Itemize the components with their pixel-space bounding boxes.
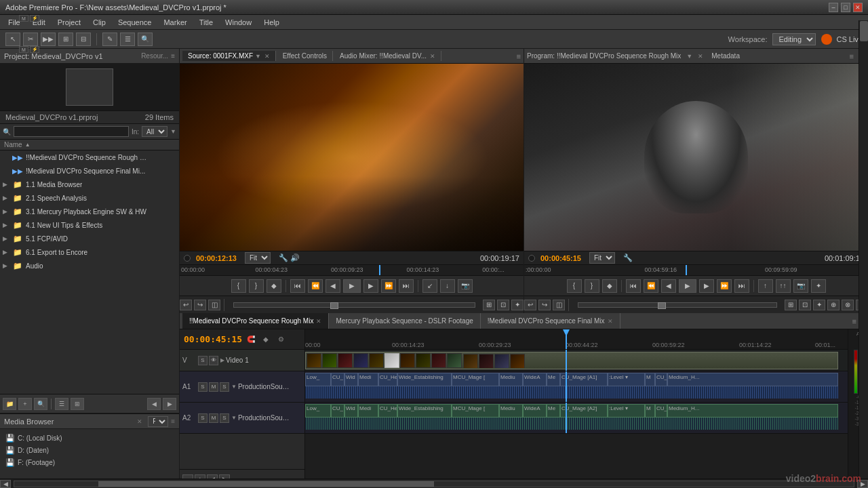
proj-item-2[interactable]: ▶▶!Medieval DVCPro Sequence Final Mi... <box>0 164 179 178</box>
source-export-frame[interactable]: 📷 <box>458 279 473 293</box>
tl-tab-final-mix-close[interactable]: ✕ <box>608 318 613 325</box>
prog-prev-frame[interactable]: ◀ <box>661 279 676 293</box>
project-search-dropdown[interactable]: ▼ <box>170 128 176 135</box>
toolbar-hand-tool[interactable]: ☰ <box>120 33 135 46</box>
find-button[interactable]: 🔍 <box>34 398 47 410</box>
tl-tab-mercury[interactable]: Mercury Playback Sequence - DSLR Footage <box>329 313 480 329</box>
source-tab-fx[interactable]: Source: 0001FX.MXF ▼ ✕ <box>182 51 276 61</box>
tl-tab-final-mix[interactable]: !Medieval DVCPro Sequence Final Mix ✕ <box>481 313 620 329</box>
timeline-h-scrollbar[interactable]: ◀ ▶ <box>305 479 848 488</box>
menu-item-project[interactable]: Project <box>52 17 86 28</box>
a2-clip-14[interactable]: CU_ <box>655 404 667 418</box>
a1-toggle-sync[interactable]: S <box>198 382 208 392</box>
menu-item-clip[interactable]: Clip <box>87 17 111 28</box>
proj-expand-6[interactable]: ▶ <box>3 222 9 228</box>
source-loop-btn[interactable] <box>184 255 191 262</box>
a2-clip-2[interactable]: CU_ <box>331 404 344 418</box>
source-play[interactable]: ▶ <box>343 279 361 293</box>
project-resources-tab[interactable]: Resour... <box>141 52 168 60</box>
prog-next-frame[interactable]: ▶ <box>699 279 714 293</box>
a1-clip-3[interactable]: Wid <box>344 373 358 386</box>
a1-clip-6[interactable]: Wide_Establishing <box>397 373 452 386</box>
tl-tab-rough-mix-close[interactable]: ✕ <box>316 318 321 325</box>
a1-clip-10[interactable]: Me <box>547 373 560 386</box>
a1-clip-2[interactable]: CU_ <box>331 373 344 386</box>
proj-item-8[interactable]: ▶📁6.1 Export to Encore <box>0 245 179 259</box>
toolbar-razor-tool[interactable]: ✂ <box>23 33 38 46</box>
prog-ctrl2-2[interactable]: ↪ <box>538 300 551 310</box>
prog-jog-bar[interactable] <box>578 302 777 308</box>
proj-expand-7[interactable]: ▶ <box>3 235 9 242</box>
program-panel-menu[interactable]: ≡ <box>850 52 854 60</box>
menu-item-title[interactable]: Title <box>194 17 218 28</box>
toolbar-select-tool[interactable]: ↖ <box>5 33 20 46</box>
menu-item-window[interactable]: Window <box>220 17 257 28</box>
media-browser-menu[interactable]: ≡ <box>171 418 175 425</box>
source-panel-menu[interactable]: ≡ <box>517 52 521 60</box>
a1-expand[interactable]: ▼ <box>231 384 237 390</box>
a2-clip-10[interactable]: Me <box>547 404 560 418</box>
a2-clip-9[interactable]: WideA <box>523 404 547 418</box>
a1-clip-8[interactable]: Mediu <box>499 373 523 386</box>
proj-item-7[interactable]: ▶📁5.1 FCP/AVID <box>0 232 179 245</box>
prev-page-button[interactable]: ◀ <box>147 398 161 410</box>
minimize-button[interactable]: – <box>829 3 838 12</box>
a2-solo[interactable]: S <box>220 413 229 423</box>
source-ctrl2-2[interactable]: ↪ <box>194 300 206 310</box>
h-scroll-track[interactable] <box>305 481 848 487</box>
project-search-input[interactable] <box>14 126 129 137</box>
proj-item-3[interactable]: ▶📁1.1 Media Browser <box>0 178 179 191</box>
a1-solo[interactable]: S <box>220 382 229 392</box>
source-ctrl2-5[interactable]: ⊡ <box>497 300 509 310</box>
a2-toggle-sync[interactable]: S <box>198 413 208 423</box>
a1-clip-4[interactable]: Medi <box>358 373 378 386</box>
proj-expand-4[interactable]: ▶ <box>3 195 9 201</box>
toolbar-zoom-tool[interactable]: 🔍 <box>138 33 153 46</box>
a2-clip-12[interactable]: :Level ▾ <box>608 404 645 418</box>
project-panel-menu[interactable]: ≡ <box>171 52 175 60</box>
menu-item-marker[interactable]: Marker <box>158 17 192 28</box>
source-next-frame[interactable]: ▶ <box>363 279 378 293</box>
a2-clip-8[interactable]: Mediu <box>499 404 523 418</box>
proj-expand-3[interactable]: ▶ <box>3 181 9 188</box>
a2-clip-13[interactable]: M <box>645 404 655 418</box>
prog-mark-out[interactable]: } <box>585 279 599 293</box>
v1-expand[interactable]: ▶ <box>220 357 224 363</box>
prog-extract[interactable]: ↑↑ <box>776 279 791 293</box>
prog-mark-in[interactable]: { <box>567 279 582 293</box>
prog-go-to-in[interactable]: ⏮ <box>626 279 641 293</box>
source-fit-select[interactable]: Fit <box>245 252 271 264</box>
source-timecode-in[interactable]: 00:00:12:13 <box>196 254 237 262</box>
proj-expand-9[interactable]: ▶ <box>3 262 9 269</box>
menu-item-sequence[interactable]: Sequence <box>113 17 157 28</box>
program-monitor-close[interactable]: ✕ <box>698 53 703 60</box>
proj-expand-8[interactable]: ▶ <box>3 249 9 256</box>
workspace-select[interactable]: Editing <box>772 33 816 45</box>
media-browser-filter[interactable]: Fi <box>148 416 168 427</box>
next-page-button[interactable]: ▶ <box>163 398 176 410</box>
v1-toggle-sync[interactable]: S <box>198 356 208 365</box>
source-overwrite[interactable]: ↓ <box>440 279 455 293</box>
prog-go-to-out[interactable]: ⏭ <box>734 279 749 293</box>
source-speaker-icon[interactable]: 🔊 <box>290 253 300 262</box>
a1-clip-9[interactable]: WideA <box>523 373 547 386</box>
prog-lift[interactable]: ↑ <box>758 279 773 293</box>
proj-item-1[interactable]: ▶▶!!Medieval DVCPro Sequence Rough M... <box>0 150 179 164</box>
a2-clip-4[interactable]: Medi <box>358 404 378 418</box>
source-step-forward[interactable]: ⏩ <box>381 279 396 293</box>
a2-clip-3[interactable]: Wid <box>344 404 358 418</box>
source-ctrl2-4[interactable]: ⊞ <box>483 300 495 310</box>
proj-expand-5[interactable]: ▶ <box>3 208 9 215</box>
a2-clip-6[interactable]: Wide_Establishing <box>397 404 452 418</box>
toolbar-track-select[interactable]: ▶▶ <box>41 33 56 46</box>
a1-clip-11[interactable]: CU_Mage [A1] <box>560 373 608 386</box>
sort-icon[interactable]: ▲ <box>25 142 31 148</box>
source-add-marker[interactable]: ◆ <box>267 279 281 293</box>
prog-play[interactable]: ▶ <box>679 279 696 293</box>
menu-item-help[interactable]: Help <box>258 17 285 28</box>
tl-marker-btn[interactable]: ◆ <box>260 334 272 345</box>
program-timecode-in[interactable]: 00:00:45:15 <box>540 254 581 262</box>
source-mark-in[interactable]: { <box>231 279 246 293</box>
source-step-back[interactable]: ⏪ <box>308 279 323 293</box>
prog-add-marker[interactable]: ◆ <box>602 279 617 293</box>
